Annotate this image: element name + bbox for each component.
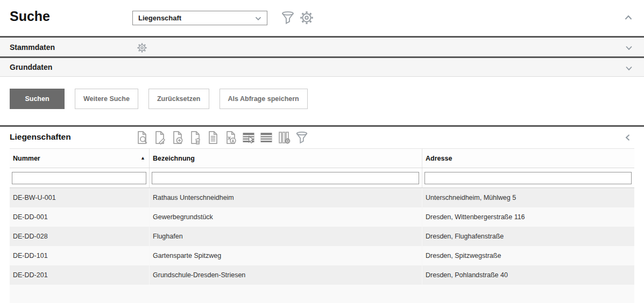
table-row[interactable]: DE-BW-U-001 Rathaus Unterschneidheim Unt… [10,188,634,207]
page-title: Suche [10,9,50,24]
more-search-button[interactable]: Weitere Suche [75,89,138,109]
delete-record-icon[interactable] [188,130,203,145]
export-icon[interactable] [223,130,238,145]
section-stammdaten-label: Stammdaten [10,43,55,52]
table-row[interactable]: DE-DD-028 Flughafen Dresden, Flughafenst… [10,227,634,246]
table-row[interactable]: DE-DD-001 Gewerbegrundstück Dresden, Wit… [10,207,634,227]
cell-nummer: DE-DD-201 [10,265,150,285]
filter-input-nummer[interactable] [12,172,146,184]
expand-down-icon[interactable] [624,42,634,53]
cell-adresse: Dresden, Flughafenstraße [422,227,634,246]
collapse-up-icon[interactable] [622,12,634,24]
add-record-icon[interactable] [170,130,185,145]
edit-record-icon[interactable] [152,130,167,145]
expand-down-icon[interactable] [624,63,634,74]
column-header-bezeichnung[interactable]: Bezeichnung [150,149,422,168]
filter-input-bezeichnung[interactable] [152,172,419,184]
column-settings-icon[interactable] [277,130,292,145]
cell-bezeichnung: Rathaus Unterschneidheim [150,188,422,207]
table-filter-row [10,168,634,188]
select-rows-icon[interactable] [241,130,256,145]
chevron-down-icon [253,13,264,24]
cell-bezeichnung: Gewerbegrundstück [150,207,422,227]
cell-adresse: Dresden, Spitzwegstraße [422,246,634,265]
column-header-nummer[interactable]: Nummer ▲ [10,149,150,168]
search-header: Suche Liegenschaft [0,0,644,36]
cell-adresse: Dresden, Wittenbergerstraße 116 [422,207,634,227]
results-table: Nummer ▲ Bezeichnung Adresse DE-BW-U-001… [10,148,634,303]
sort-ascending-icon: ▲ [140,156,145,161]
table-empty-area [10,285,634,303]
section-grunddaten-label: Grunddaten [10,63,52,71]
report-icon[interactable] [206,130,221,145]
search-button[interactable]: Suchen [10,89,65,109]
cell-nummer: DE-DD-001 [10,207,150,227]
list-rows-icon[interactable] [259,130,274,145]
table-row[interactable]: DE-DD-101 Gartensparte Spitzweg Dresden,… [10,246,634,265]
table-header-row: Nummer ▲ Bezeichnung Adresse [10,148,634,168]
view-record-icon[interactable] [135,130,150,145]
filter-input-adresse[interactable] [424,172,632,184]
results-toolbar [135,130,309,145]
search-type-value: Liegenschaft [138,14,181,22]
section-stammdaten[interactable]: Stammdaten [0,36,644,56]
table-row[interactable]: DE-DD-201 Grundschule-Dresden-Striesen D… [10,265,634,285]
save-query-button[interactable]: Als Abfrage speichern [220,89,308,109]
cell-adresse: Unterschneidheim, Mühlweg 5 [422,188,634,207]
search-actions: Suchen Weitere Suche Zurücksetzen Als Ab… [10,89,644,109]
section-grunddaten[interactable]: Grunddaten [0,56,644,77]
collapse-left-icon[interactable] [622,132,633,143]
cell-nummer: DE-DD-028 [10,227,150,246]
filter-icon[interactable] [280,10,296,26]
cell-nummer: DE-DD-101 [10,246,150,265]
results-title: Liegenschaften [10,132,71,142]
reset-button[interactable]: Zurücksetzen [148,89,209,109]
cell-adresse: Dresden, Pohlandstraße 40 [422,265,634,285]
results-header: Liegenschaften [0,127,644,148]
results-panel: Liegenschaften [0,125,644,303]
cell-bezeichnung: Flughafen [150,227,422,246]
gear-icon[interactable] [299,10,315,26]
cell-bezeichnung: Gartensparte Spitzweg [150,246,422,265]
column-header-adresse[interactable]: Adresse [422,149,634,168]
cell-nummer: DE-BW-U-001 [10,188,150,207]
search-type-select[interactable]: Liegenschaft [132,11,267,25]
gear-icon[interactable] [136,42,148,54]
cell-bezeichnung: Grundschule-Dresden-Striesen [150,265,422,285]
filter-icon[interactable] [294,130,309,145]
